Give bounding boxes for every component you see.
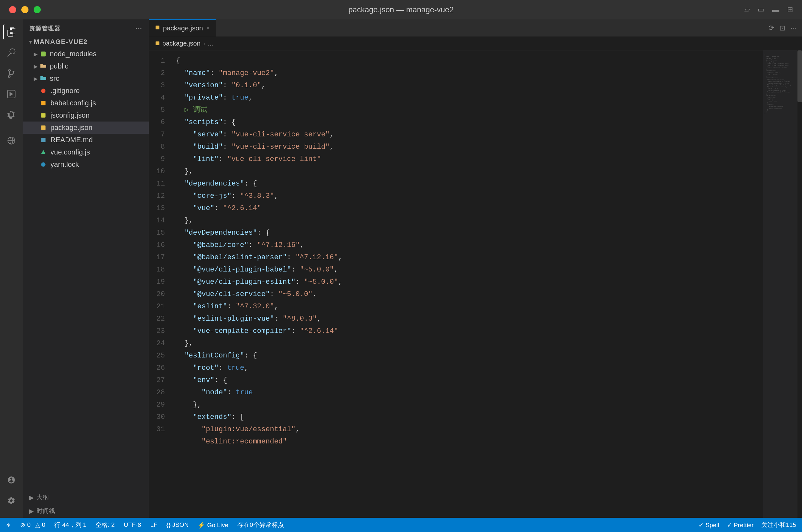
tabs-bar: package.json × ⟳ ⊡ ··· (149, 19, 802, 37)
app-layout: 资源管理器 ··· ▾ MANAGE-VUE2 ▶ node_modules ▶… (0, 19, 802, 518)
user-label: 关注小和115 (761, 521, 796, 529)
svg-rect-9 (41, 138, 45, 142)
sidebar-item-vue-config[interactable]: vue.config.js (23, 146, 149, 158)
activity-settings[interactable] (3, 493, 19, 509)
close-button[interactable] (9, 6, 16, 13)
language-label: {} JSON (167, 521, 189, 529)
position-label: 行 44，列 1 (54, 521, 86, 529)
code-editor[interactable]: { "name": "manage-vue2", "version": "0.1… (171, 51, 763, 518)
outline-label: 大纲 (37, 493, 49, 501)
sidebar-item-readme[interactable]: README.md (23, 134, 149, 146)
public-label: public (50, 62, 149, 71)
timeline-section[interactable]: ▶ 时间线 (23, 504, 149, 518)
scrollbar-track (798, 51, 802, 518)
editor-area: package.json × ⟳ ⊡ ··· package.json › ..… (149, 19, 802, 518)
readme-label: README.md (51, 136, 149, 144)
breadcrumb-path[interactable]: ... (208, 40, 213, 47)
svg-rect-4 (41, 52, 46, 57)
babel-icon (39, 100, 48, 106)
babel-label: babel.config.js (51, 99, 149, 107)
more-actions-icon[interactable]: ··· (790, 24, 796, 32)
sidebar-item-public[interactable]: ▶ public (23, 60, 149, 72)
activity-account[interactable] (3, 472, 19, 488)
src-icon (39, 76, 48, 81)
layout-icon-1[interactable]: ▱ (744, 5, 750, 14)
activity-files[interactable] (3, 24, 19, 40)
split-editor-icon[interactable]: ⊡ (779, 24, 785, 32)
sidebar-item-package-json[interactable]: package.json (23, 121, 149, 134)
svg-rect-7 (41, 113, 45, 117)
spaces-label: 空格: 2 (95, 521, 114, 529)
status-golive[interactable]: ⚡ Go Live (198, 521, 228, 529)
layout-icon-2[interactable]: ▭ (758, 5, 764, 14)
package-json-label: package.json (51, 124, 149, 132)
yarn-lock-icon (39, 162, 48, 167)
jsconfig-label: jsconfig.json (51, 111, 149, 119)
sidebar-item-jsconfig[interactable]: jsconfig.json (23, 109, 149, 121)
svg-marker-10 (41, 150, 45, 154)
status-line-endings[interactable]: LF (150, 521, 157, 529)
sidebar: 资源管理器 ··· ▾ MANAGE-VUE2 ▶ node_modules ▶… (23, 19, 149, 518)
status-errors-count[interactable]: 存在0个异常标点 (237, 521, 284, 529)
tab-close-button[interactable]: × (206, 25, 210, 32)
node-modules-icon (39, 51, 48, 57)
activity-search[interactable] (3, 44, 19, 61)
status-remote[interactable] (6, 522, 11, 528)
sidebar-item-src[interactable]: ▶ src (23, 72, 149, 85)
breadcrumb: package.json › ... (149, 37, 802, 51)
tab-package-json[interactable]: package.json × (149, 19, 216, 37)
project-name: MANAGE-VUE2 (34, 38, 88, 45)
history-icon[interactable]: ⟳ (768, 24, 774, 32)
editor-content: 1234 56789 1011121314 1516171819 2021222… (149, 51, 802, 518)
activity-source-control[interactable] (3, 65, 19, 81)
node-modules-arrow: ▶ (32, 51, 39, 57)
layout-icon-3[interactable]: ▬ (772, 5, 779, 14)
timeline-arrow: ▶ (29, 508, 34, 515)
warning-icon: △ (35, 521, 40, 529)
sidebar-item-yarn-lock[interactable]: yarn.lock (23, 158, 149, 171)
status-language[interactable]: {} JSON (167, 521, 189, 529)
sidebar-more-button[interactable]: ··· (135, 25, 142, 32)
status-spaces[interactable]: 空格: 2 (95, 521, 114, 529)
layout-icon-4[interactable]: ⊞ (787, 5, 793, 14)
svg-rect-13 (155, 41, 160, 45)
encoding-label: UTF-8 (124, 521, 141, 529)
titlebar-actions: ▱ ▭ ▬ ⊞ (744, 5, 793, 14)
sidebar-item-babel[interactable]: babel.config.js (23, 97, 149, 109)
activity-run[interactable] (3, 86, 19, 102)
editor-actions: ⟳ ⊡ ··· (763, 19, 802, 37)
error-icon: ⊗ (20, 521, 25, 529)
vue-config-icon (39, 150, 48, 155)
minimap: { "name": "manage-vue2", "version": "0.1… (763, 51, 802, 518)
tab-pkg-icon (155, 25, 160, 31)
warning-count: 0 (42, 521, 45, 529)
status-encoding[interactable]: UTF-8 (124, 521, 141, 529)
status-prettier[interactable]: ✓ Prettier (727, 521, 754, 529)
status-errors[interactable]: ⊗ 0 △ 0 (20, 521, 45, 529)
activity-bar (0, 19, 23, 518)
status-user[interactable]: 关注小和115 (761, 521, 796, 529)
sidebar-header: 资源管理器 ··· (23, 19, 149, 36)
sidebar-item-gitignore[interactable]: .gitignore (23, 85, 149, 97)
scrollbar-thumb[interactable] (798, 51, 802, 102)
src-label: src (50, 74, 149, 83)
minimize-button[interactable] (21, 6, 29, 13)
root-arrow: ▾ (27, 39, 34, 45)
sidebar-item-node-modules[interactable]: ▶ node_modules (23, 48, 149, 60)
status-spell[interactable]: ✓ Spell (698, 521, 719, 529)
minimap-content: { "name": "manage-vue2", "version": "0.1… (763, 51, 802, 118)
activity-extensions[interactable] (3, 107, 19, 123)
activity-remote[interactable] (3, 133, 19, 149)
package-json-icon (39, 125, 48, 130)
breadcrumb-filename[interactable]: package.json (162, 40, 201, 47)
outline-section[interactable]: ▶ 大纲 (23, 491, 149, 504)
readme-icon (39, 137, 48, 142)
project-root[interactable]: ▾ MANAGE-VUE2 (23, 36, 149, 48)
fullscreen-button[interactable] (34, 6, 41, 13)
public-arrow: ▶ (32, 63, 39, 70)
breadcrumb-sep: › (203, 40, 205, 47)
explorer-title: 资源管理器 (29, 24, 60, 32)
status-bar: ⊗ 0 △ 0 行 44，列 1 空格: 2 UTF-8 LF {} JSON … (0, 518, 802, 532)
line-numbers: 1234 56789 1011121314 1516171819 2021222… (149, 51, 171, 518)
status-position[interactable]: 行 44，列 1 (54, 521, 86, 529)
